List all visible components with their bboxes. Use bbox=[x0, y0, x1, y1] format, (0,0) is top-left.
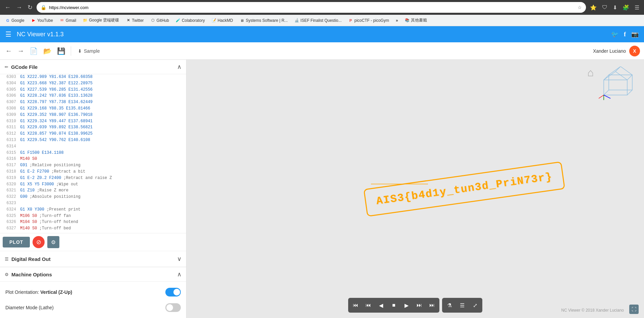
menu-btn[interactable]: ☰ bbox=[633, 3, 641, 12]
instagram-header-icon[interactable]: 📷 bbox=[631, 31, 639, 38]
gcode-editor[interactable]: 6303G1 X222.989 Y81.634 E120.603586304G1… bbox=[0, 74, 186, 233]
refresh-button[interactable]: ↻ bbox=[26, 2, 34, 12]
line-code: G1 X223.668 Y82.387 E122.28975 bbox=[20, 81, 93, 86]
line-code: G1 F1500 E134.1108 bbox=[20, 150, 64, 156]
gcode-line: 6312G1 X228.857 Y90.074 E138.99625 bbox=[0, 131, 186, 137]
download-btn[interactable]: ⬇ bbox=[611, 3, 619, 12]
star-icon[interactable]: ☆ bbox=[578, 5, 582, 10]
forward-button[interactable]: → bbox=[15, 3, 23, 12]
save-file-btn[interactable]: 💾 bbox=[56, 46, 67, 56]
play-btn[interactable]: ▶ bbox=[400, 299, 413, 311]
stop-btn[interactable]: ■ bbox=[388, 299, 400, 311]
rewind-btn[interactable]: ◀ bbox=[375, 299, 387, 311]
line-number: 6314 bbox=[3, 144, 16, 149]
svg-line-10 bbox=[615, 66, 621, 72]
bookmark-gdrive[interactable]: 📁 Google 雲端硬碟 bbox=[80, 16, 122, 24]
step-back-btn[interactable]: ⏮ bbox=[362, 299, 374, 311]
line-number: 6320 bbox=[3, 182, 16, 187]
plot-orientation-toggle[interactable] bbox=[165, 288, 181, 297]
line-code: G90 ;Absolute positioning bbox=[20, 194, 80, 200]
diameter-mode-toggle[interactable] bbox=[165, 303, 181, 312]
expand-btn[interactable]: ⤢ bbox=[469, 299, 481, 311]
gcode-line: 6324G1 X0 Y300 ;Present print bbox=[0, 207, 186, 213]
machine-options-title: Machine Options bbox=[11, 272, 177, 277]
gcode-line: 6318G1 E-2 F2700 ;Retract a bit bbox=[0, 169, 186, 175]
address-bar[interactable]: 🔒 ☆ bbox=[37, 2, 586, 13]
gcode-line: 6308G1 X229.168 Y88.35 E135.81466 bbox=[0, 105, 186, 112]
bookmark-gmail[interactable]: ✉ Gmail bbox=[57, 17, 79, 24]
github-icon: ⬡ bbox=[151, 18, 155, 23]
new-file-btn[interactable]: 📄 bbox=[28, 46, 39, 56]
bookmark-github[interactable]: ⬡ GitHub bbox=[148, 17, 172, 24]
bookmark-google[interactable]: G Google bbox=[3, 17, 27, 24]
url-input[interactable] bbox=[49, 5, 575, 10]
plot-settings-button[interactable]: ⚙ bbox=[47, 236, 59, 248]
cancel-plot-button[interactable]: ⊘ bbox=[33, 236, 45, 248]
flask-btn[interactable]: ⚗ bbox=[443, 299, 455, 311]
viewer-panel: ⌂ bbox=[186, 60, 644, 318]
bookmark-isef[interactable]: 🔬 ISEF Finalist Questio... bbox=[292, 17, 344, 24]
line-number: 6304 bbox=[3, 81, 16, 86]
skip-start-btn[interactable]: ⏮ bbox=[350, 299, 362, 311]
dro-section-header[interactable]: ☰ Digital Read Out ∨ bbox=[0, 251, 186, 267]
machine-options-collapse-icon[interactable]: ∧ bbox=[177, 271, 181, 278]
fullscreen-btn[interactable]: ⛶ bbox=[629, 305, 639, 314]
step-fwd-btn[interactable]: ⏭ bbox=[413, 299, 425, 311]
diameter-mode-row: Diameter Mode (Lathe) bbox=[0, 300, 186, 315]
open-file-btn[interactable]: 📂 bbox=[42, 46, 53, 56]
sample-btn[interactable]: ⬇ Sample bbox=[75, 47, 102, 55]
gear-icon: ⚙ bbox=[5, 272, 9, 277]
gcode-section-header[interactable]: ✏ GCode File ∧ bbox=[0, 60, 186, 74]
shield-btn[interactable]: 🛡 bbox=[601, 3, 609, 12]
isef-icon: 🔬 bbox=[294, 18, 299, 23]
line-number: 6309 bbox=[3, 112, 16, 118]
plot-button[interactable]: PLOT bbox=[3, 237, 30, 247]
bookmark-twitter[interactable]: ✕ Twitter bbox=[123, 17, 146, 24]
gcode-stamp-overlay: AIS3{b4d1y_tun3d_PriN73r} bbox=[364, 161, 566, 217]
bookmark-colab[interactable]: 🧪 Colaboratory bbox=[173, 17, 208, 24]
gcode-line: 6309G1 X229.352 Y88.907 E136.79018 bbox=[0, 112, 186, 118]
back-toolbar-btn[interactable]: ← bbox=[4, 46, 13, 56]
gcode-line: 6327M140 S0 ;Turn-off bed bbox=[0, 225, 186, 232]
gcode-collapse-icon[interactable]: ∧ bbox=[177, 63, 181, 71]
viewer-controls: ⏮ ⏮ ◀ ■ ▶ ⏭ ⏭ ⚗ ☰ ⤢ bbox=[348, 298, 482, 313]
bookmark-systems[interactable]: 🖥 Systems Software | R... bbox=[237, 17, 290, 24]
extra-controls: ⚗ ☰ ⤢ bbox=[442, 298, 482, 313]
back-button[interactable]: ← bbox=[3, 3, 12, 12]
plot-orientation-label: Plot Orientation: Vertical (Z-Up) bbox=[5, 289, 165, 295]
bookmark-hackmd[interactable]: 📝 HackMD bbox=[209, 17, 236, 24]
dro-expand-icon[interactable]: ∨ bbox=[177, 255, 181, 263]
line-number: 6307 bbox=[3, 99, 16, 105]
app-title: NC Viewer v1.1.3 bbox=[17, 31, 611, 38]
list-btn[interactable]: ☰ bbox=[456, 299, 468, 311]
dro-list-icon: ☰ bbox=[5, 257, 9, 262]
gcode-line: 6304G1 X223.668 Y82.387 E122.28975 bbox=[0, 80, 186, 87]
home-view-icon[interactable]: ⌂ bbox=[587, 66, 594, 79]
line-number: 6325 bbox=[3, 213, 16, 219]
line-code: M106 S0 ;Turn-off fan bbox=[20, 213, 71, 219]
bookmark-more[interactable]: » bbox=[393, 17, 401, 24]
hamburger-menu[interactable]: ☰ bbox=[5, 30, 11, 38]
machine-options-body: Plot Orientation: Vertical (Z-Up) Diamet… bbox=[0, 282, 186, 318]
systems-icon: 🖥 bbox=[240, 18, 245, 23]
toolbar-divider bbox=[71, 46, 71, 56]
twitter-header-icon[interactable]: 🐦 bbox=[611, 31, 619, 38]
bookmark-others[interactable]: 📚 其他書籤 bbox=[402, 16, 430, 24]
puzzle-btn[interactable]: 🧩 bbox=[621, 3, 631, 12]
skip-end-btn[interactable]: ⏭ bbox=[426, 299, 438, 311]
forward-toolbar-btn[interactable]: → bbox=[16, 46, 25, 56]
line-number: 6327 bbox=[3, 226, 16, 231]
machine-options-header[interactable]: ⚙ Machine Options ∧ bbox=[0, 267, 186, 282]
bookmark-picoctf[interactable]: P picoCTF - picoGym bbox=[346, 17, 392, 24]
line-number: 6310 bbox=[3, 119, 16, 124]
svg-line-9 bbox=[621, 66, 632, 75]
gcode-line: 6305G1 X227.539 Y86.285 E131.42556 bbox=[0, 87, 186, 93]
svg-rect-0 bbox=[604, 80, 627, 95]
gcode-line: 6313G1 X229.542 Y90.762 E140.6108 bbox=[0, 137, 186, 143]
folder-icon: 📚 bbox=[405, 18, 410, 23]
line-number: 6323 bbox=[3, 200, 16, 206]
svg-line-13 bbox=[604, 95, 610, 98]
facebook-header-icon[interactable]: f bbox=[624, 31, 626, 38]
bookmark-youtube[interactable]: ▶ YouTube bbox=[29, 17, 56, 24]
extensions-btn[interactable]: ⭐ bbox=[589, 3, 598, 12]
